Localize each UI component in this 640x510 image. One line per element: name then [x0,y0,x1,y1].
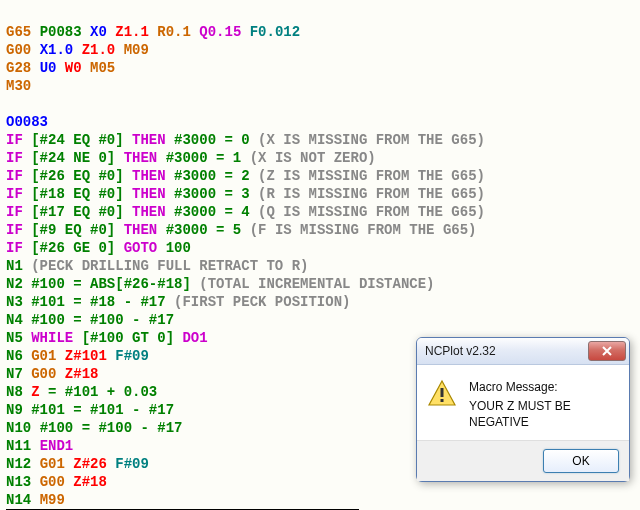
tok-x: X1.0 [40,42,74,58]
tok-n: N13 [6,474,31,490]
tok-then: THEN [132,186,166,202]
tok-if: IF [6,150,23,166]
tok-g00: G00 [31,366,56,382]
tok-f: F0.012 [250,24,300,40]
tok-z: Z#18 [73,474,107,490]
tok-n: N10 [6,420,31,436]
dialog-title: NCPlot v2.32 [425,344,588,358]
tok-n: N8 [6,384,23,400]
tok-z: Z1.0 [82,42,116,58]
tok-n: N11 [6,438,31,454]
tok-cond: [#9 EQ #0] [31,222,115,238]
tok-assign: #3000 = 3 [174,186,250,202]
tok-n: N5 [6,330,23,346]
tok-z: Z1.1 [115,24,149,40]
tok-comment: (PECK DRILLING FULL RETRACT TO R) [31,258,308,274]
tok-then: THEN [132,132,166,148]
tok-m99: M99 [40,492,65,508]
tok-end: END1 [40,438,74,454]
tok-then: THEN [124,150,158,166]
tok-g00: G00 [6,42,31,58]
tok-comment: (Q IS MISSING FROM THE G65) [258,204,485,220]
tok-if: IF [6,186,23,202]
tok-cond: [#17 EQ #0] [31,204,123,220]
tok-then: THEN [124,222,158,238]
tok-assign: #3000 = 2 [174,168,250,184]
tok-g01: G01 [31,348,56,364]
tok-target: 100 [166,240,191,256]
tok-while: WHILE [31,330,73,346]
tok-g65: G65 [6,24,31,40]
tok-n: N3 [6,294,23,310]
tok-f: F#09 [115,348,149,364]
tok-z: Z [31,384,39,400]
warning-icon [427,379,459,430]
tok-z: Z#101 [65,348,107,364]
tok-n: N2 [6,276,23,292]
tok-if: IF [6,168,23,184]
tok-comment: (F IS MISSING FROM THE G65) [250,222,477,238]
macro-message-dialog: NCPlot v2.32 Macro Message: YOUR Z MUST … [416,337,630,482]
tok-q: Q0.15 [199,24,241,40]
dialog-buttons: OK [417,440,629,481]
tok-assign: #3000 = 1 [166,150,242,166]
dialog-message-label: Macro Message: [469,379,619,395]
dialog-message-text: YOUR Z MUST BE NEGATIVE [469,398,619,430]
tok-n: N6 [6,348,23,364]
tok-cond: [#24 EQ #0] [31,132,123,148]
tok-comment: (FIRST PECK POSITION) [174,294,350,310]
tok-comment: (X IS MISSING FROM THE G65) [258,132,485,148]
tok-expr: = #101 + 0.03 [48,384,157,400]
tok-assign: #100 = #100 - #17 [31,312,174,328]
tok-assign: #3000 = 0 [174,132,250,148]
tok-cond: [#26 GE 0] [31,240,115,256]
tok-comment: (X IS NOT ZERO) [250,150,376,166]
tok-if: IF [6,204,23,220]
tok-p: P0083 [40,24,82,40]
tok-g01: G01 [40,456,65,472]
tok-n: N14 [6,492,31,508]
tok-comment: (TOTAL INCREMENTAL DISTANCE) [199,276,434,292]
tok-cond: [#100 GT 0] [82,330,174,346]
dialog-message: Macro Message: YOUR Z MUST BE NEGATIVE [469,379,619,430]
close-button[interactable] [588,341,626,361]
tok-assign: #100 = ABS[#26-#18] [31,276,191,292]
tok-m30: M30 [6,78,31,94]
tok-x: X0 [90,24,107,40]
dialog-titlebar[interactable]: NCPlot v2.32 [417,338,629,365]
tok-comment: (R IS MISSING FROM THE G65) [258,186,485,202]
tok-if: IF [6,222,23,238]
tok-assign: #101 = #18 - #17 [31,294,165,310]
svg-rect-1 [441,399,444,402]
tok-r: R0.1 [157,24,191,40]
tok-prog: O0083 [6,114,48,130]
tok-m09: M09 [124,42,149,58]
tok-z: Z#18 [65,366,99,382]
tok-f: F#09 [115,456,149,472]
tok-n: N12 [6,456,31,472]
svg-rect-0 [441,388,444,397]
dialog-body: Macro Message: YOUR Z MUST BE NEGATIVE [417,365,629,440]
tok-z: Z#26 [73,456,107,472]
tok-g00: G00 [40,474,65,490]
tok-n: N4 [6,312,23,328]
tok-assign: #101 = #101 - #17 [31,402,174,418]
tok-w: W0 [65,60,82,76]
tok-if: IF [6,132,23,148]
tok-then: THEN [132,168,166,184]
tok-n: N1 [6,258,23,274]
tok-if: IF [6,240,23,256]
tok-assign: #100 = #100 - #17 [40,420,183,436]
tok-g28: G28 [6,60,31,76]
tok-then: THEN [132,204,166,220]
tok-n: N9 [6,402,23,418]
tok-assign: #3000 = 4 [174,204,250,220]
tok-u: U0 [40,60,57,76]
tok-cond: [#18 EQ #0] [31,186,123,202]
tok-goto: GOTO [124,240,158,256]
close-icon [601,346,613,356]
ok-button[interactable]: OK [543,449,619,473]
tok-m05: M05 [90,60,115,76]
tok-cond: [#24 NE 0] [31,150,115,166]
tok-n: N7 [6,366,23,382]
